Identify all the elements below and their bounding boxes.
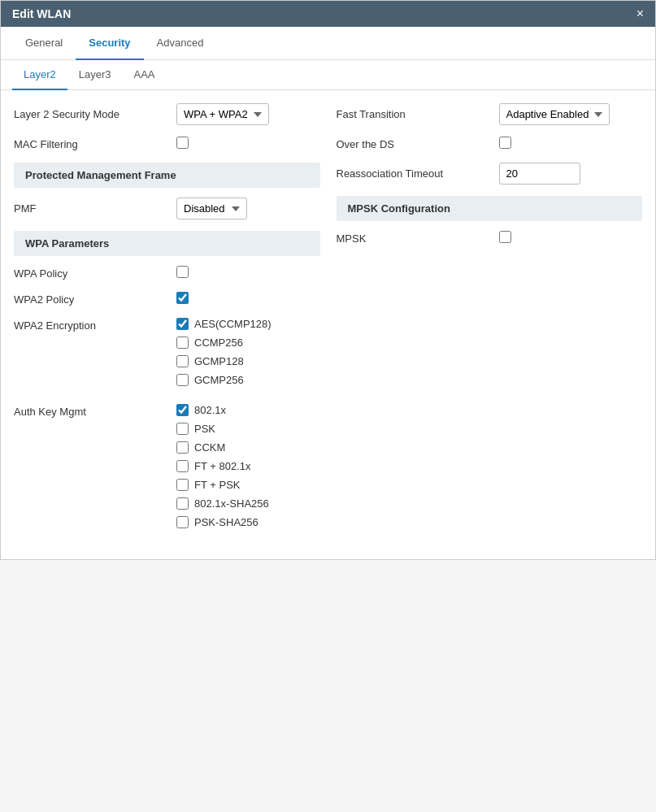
encryption-gcmp128-label[interactable]: GCMP128 (194, 355, 244, 367)
tab-layer3[interactable]: Layer3 (67, 60, 123, 90)
wpa2-policy-label: WPA2 Policy (14, 293, 176, 306)
mac-filtering-label: MAC Filtering (14, 138, 176, 150)
auth-dot1x-row: 802.1x (176, 404, 269, 416)
tab-aaa[interactable]: AAA (123, 60, 167, 90)
wpa-params-header: WPA Parameters (14, 231, 320, 256)
auth-key-mgmt-label: Auth Key Mgmt (14, 404, 176, 418)
modal-header: Edit WLAN × (1, 1, 655, 27)
tab-security[interactable]: Security (76, 27, 143, 60)
auth-psk-row: PSK (176, 423, 269, 435)
auth-ft802-row: FT + 802.1x (176, 460, 269, 472)
fast-transition-select[interactable]: Adaptive Enabled Enabled Disabled (499, 103, 610, 125)
encryption-ccmp256-row: CCMP256 (176, 337, 272, 349)
fast-transition-label: Fast Transition (337, 108, 499, 120)
layer2-security-mode-row: Layer 2 Security Mode WPA + WPA2 None WP… (14, 103, 320, 125)
pmf-row: PMF Disabled Optional Required (14, 198, 320, 219)
pmf-select[interactable]: Disabled Optional Required (176, 198, 247, 219)
mpsk-wrap (499, 231, 643, 245)
auth-key-options: 802.1x PSK CCKM FT + 802.1x (176, 404, 269, 535)
reassociation-timeout-input[interactable] (499, 163, 580, 185)
edit-wlan-modal: Edit WLAN × General Security Advanced La… (0, 0, 656, 560)
wpa-policy-label: WPA Policy (14, 267, 176, 280)
encryption-aes-checkbox[interactable] (176, 318, 189, 330)
over-ds-wrap (499, 137, 643, 151)
encryption-gcmp128-checkbox[interactable] (176, 355, 189, 367)
wpa2-policy-checkbox[interactable] (176, 292, 189, 304)
mpsk-label: MPSK (337, 232, 499, 245)
over-ds-row: Over the DS (337, 137, 643, 151)
auth-ftpsk-checkbox[interactable] (176, 479, 189, 491)
auth-dot1x-label[interactable]: 802.1x (194, 404, 226, 416)
wpa2-encryption-label: WPA2 Encryption (14, 318, 176, 332)
mac-filtering-checkbox[interactable] (176, 137, 189, 149)
wpa-policy-wrap (176, 266, 320, 280)
auth-dot1x256-label[interactable]: 802.1x-SHA256 (194, 497, 269, 510)
auth-ftpsk-row: FT + PSK (176, 479, 269, 491)
auth-cckm-row: CCKM (176, 441, 269, 454)
encryption-ccmp256-label[interactable]: CCMP256 (194, 337, 243, 349)
auth-psk-label[interactable]: PSK (194, 423, 215, 435)
encryption-aes-row: AES(CCMP128) (176, 318, 272, 330)
auth-psk-checkbox[interactable] (176, 423, 189, 435)
encryption-gcmp256-label[interactable]: GCMP256 (194, 374, 244, 386)
mpsk-config-header: MPSK Configuration (337, 196, 643, 221)
layer2-security-mode-wrap: WPA + WPA2 None WPA WPA2 802.1X Static W… (176, 103, 320, 125)
layer2-security-mode-label: Layer 2 Security Mode (14, 108, 176, 120)
auth-psksha-checkbox[interactable] (176, 516, 189, 528)
auth-cckm-checkbox[interactable] (176, 441, 189, 454)
wpa-policy-checkbox[interactable] (176, 266, 189, 278)
mac-filtering-row: MAC Filtering (14, 137, 320, 151)
pmf-wrap: Disabled Optional Required (176, 198, 320, 219)
tab-layer2[interactable]: Layer2 (12, 60, 67, 90)
content-area: Layer 2 Security Mode WPA + WPA2 None WP… (1, 90, 655, 559)
wpa-policy-row: WPA Policy (14, 266, 320, 280)
fast-transition-row: Fast Transition Adaptive Enabled Enabled… (337, 103, 643, 125)
mpsk-checkbox[interactable] (499, 231, 511, 243)
main-tabs: General Security Advanced (1, 27, 655, 60)
mac-filtering-wrap (176, 137, 320, 151)
pmf-label: PMF (14, 202, 176, 215)
layer2-security-mode-select[interactable]: WPA + WPA2 None WPA WPA2 802.1X Static W… (176, 103, 269, 125)
close-button[interactable]: × (636, 7, 644, 20)
auth-psksha-row: PSK-SHA256 (176, 516, 269, 528)
auth-ft802-checkbox[interactable] (176, 460, 189, 472)
encryption-gcmp128-row: GCMP128 (176, 355, 272, 367)
auth-ft802-label[interactable]: FT + 802.1x (194, 460, 251, 472)
auth-key-mgmt-row: Auth Key Mgmt 802.1x PSK CCKM (14, 404, 320, 535)
encryption-gcmp256-checkbox[interactable] (176, 374, 189, 386)
reassociation-timeout-row: Reassociation Timeout (337, 163, 643, 185)
over-ds-label: Over the DS (337, 138, 499, 150)
wpa2-policy-row: WPA2 Policy (14, 292, 320, 306)
wpa2-policy-wrap (176, 292, 320, 306)
reassociation-timeout-label: Reassociation Timeout (337, 167, 499, 180)
auth-dot1x256-checkbox[interactable] (176, 497, 189, 510)
wpa2-encryption-row: WPA2 Encryption AES(CCMP128) CCMP256 GCM… (14, 318, 320, 393)
sub-tabs: Layer2 Layer3 AAA (1, 60, 655, 90)
tab-general[interactable]: General (12, 27, 76, 60)
encryption-aes-label[interactable]: AES(CCMP128) (194, 318, 272, 330)
tab-advanced[interactable]: Advanced (144, 27, 217, 60)
encryption-gcmp256-row: GCMP256 (176, 374, 272, 386)
mpsk-row: MPSK (337, 231, 643, 245)
auth-dot1x256-row: 802.1x-SHA256 (176, 497, 269, 510)
auth-dot1x-checkbox[interactable] (176, 404, 189, 416)
fast-transition-wrap: Adaptive Enabled Enabled Disabled (499, 103, 643, 125)
protected-mgmt-frame-header: Protected Management Frame (14, 163, 320, 188)
right-column: Fast Transition Adaptive Enabled Enabled… (337, 103, 643, 546)
left-column: Layer 2 Security Mode WPA + WPA2 None WP… (14, 103, 320, 546)
encryption-ccmp256-checkbox[interactable] (176, 337, 189, 349)
over-ds-checkbox[interactable] (499, 137, 511, 149)
reassociation-timeout-wrap (499, 163, 643, 185)
auth-psksha-label[interactable]: PSK-SHA256 (194, 516, 258, 528)
wpa2-encryption-options: AES(CCMP128) CCMP256 GCMP128 GCMP256 (176, 318, 272, 393)
auth-ftpsk-label[interactable]: FT + PSK (194, 479, 240, 491)
auth-cckm-label[interactable]: CCKM (194, 441, 225, 454)
modal-title: Edit WLAN (12, 7, 71, 20)
